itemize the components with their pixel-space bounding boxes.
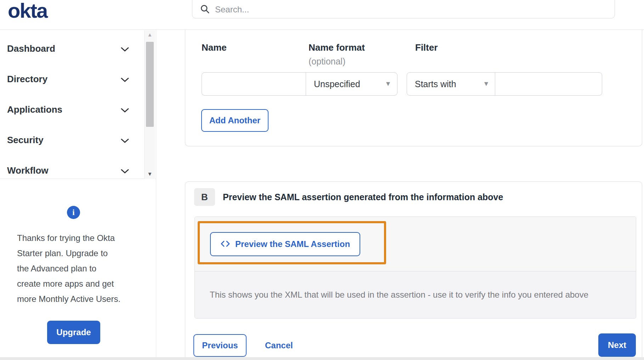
- sidebar-item-label: Directory: [7, 74, 47, 85]
- step-b-title: Preview the SAML assertion generated fro…: [223, 188, 503, 206]
- sidebar-nav: Dashboard Directory Applications Securit…: [0, 30, 156, 179]
- saml-preview-panel: B Preview the SAML assertion generated f…: [185, 181, 642, 360]
- sidebar-item-applications[interactable]: Applications: [0, 94, 156, 125]
- code-icon: [220, 239, 230, 249]
- upsell-line: the Advanced plan to: [17, 261, 137, 276]
- top-header: okta: [0, 0, 644, 30]
- info-icon: i: [67, 206, 80, 219]
- caret-down-icon: ▾: [484, 79, 488, 88]
- filter-column-label: Filter: [415, 42, 438, 53]
- upsell-line: Starter plan. Upgrade to: [17, 246, 137, 261]
- preview-button-label: Preview the SAML Assertion: [235, 239, 350, 249]
- chevron-down-icon: [121, 165, 129, 176]
- filter-value-input[interactable]: [495, 72, 602, 96]
- sidebar-item-label: Workflow: [7, 165, 49, 176]
- sidebar-item-label: Dashboard: [7, 43, 55, 54]
- chevron-down-icon: [121, 43, 129, 54]
- scroll-down-arrow-icon[interactable]: ▼: [145, 171, 155, 177]
- preview-caption: This shows you the XML that will be used…: [195, 271, 636, 318]
- next-button[interactable]: Next: [598, 333, 636, 357]
- sidebar-item-label: Applications: [7, 104, 62, 115]
- scroll-up-arrow-icon[interactable]: ▲: [145, 32, 155, 38]
- name-format-selected-value: Unspecified: [314, 79, 360, 89]
- preview-box: Preview the SAML Assertion This shows yo…: [194, 216, 636, 319]
- chevron-down-icon: [121, 135, 129, 146]
- add-another-button[interactable]: Add Another: [201, 109, 269, 132]
- sidebar-item-security[interactable]: Security: [0, 125, 156, 155]
- search-icon: [200, 4, 210, 15]
- scrollbar-thumb[interactable]: [146, 42, 154, 127]
- name-column-label: Name: [202, 42, 227, 53]
- sidebar-scrollbar[interactable]: ▲ ▼: [144, 30, 155, 179]
- upsell-line: create more apps and get: [17, 276, 137, 291]
- step-b-badge: B: [194, 188, 215, 206]
- global-search[interactable]: [192, 0, 615, 18]
- bottom-footer-strip: [0, 357, 644, 360]
- plan-upsell-text: Thanks for trying the Okta Starter plan.…: [17, 230, 137, 306]
- chevron-down-icon: [121, 74, 129, 85]
- preview-button-area: Preview the SAML Assertion: [195, 217, 636, 271]
- sidebar-item-label: Security: [7, 135, 44, 146]
- sidebar-item-workflow[interactable]: Workflow: [0, 155, 156, 179]
- preview-saml-assertion-button[interactable]: Preview the SAML Assertion: [210, 232, 360, 256]
- name-format-select[interactable]: Unspecified ▾: [306, 72, 397, 96]
- previous-button[interactable]: Previous: [193, 334, 247, 357]
- caret-down-icon: ▾: [386, 79, 390, 88]
- upsell-line: Thanks for trying the Okta: [17, 230, 137, 246]
- upsell-line: more Monthly Active Users.: [17, 291, 137, 306]
- filter-type-selected-value: Starts with: [415, 79, 456, 89]
- sidebar-item-dashboard[interactable]: Dashboard: [0, 33, 156, 64]
- upgrade-button[interactable]: Upgrade: [47, 321, 100, 344]
- chevron-down-icon: [121, 104, 129, 115]
- sidebar-item-directory[interactable]: Directory: [0, 64, 156, 94]
- sidebar-right-border: [156, 30, 156, 357]
- search-input[interactable]: [215, 5, 608, 15]
- name-format-column-label: Name format: [309, 42, 365, 53]
- attribute-name-input[interactable]: [202, 72, 306, 96]
- cancel-link[interactable]: Cancel: [265, 334, 293, 357]
- okta-logo: okta: [8, 0, 47, 22]
- filter-type-select[interactable]: Starts with ▾: [407, 72, 496, 96]
- attribute-statements-panel: Name Name format (optional) Filter Unspe…: [185, 29, 642, 146]
- name-format-optional-hint: (optional): [309, 56, 345, 67]
